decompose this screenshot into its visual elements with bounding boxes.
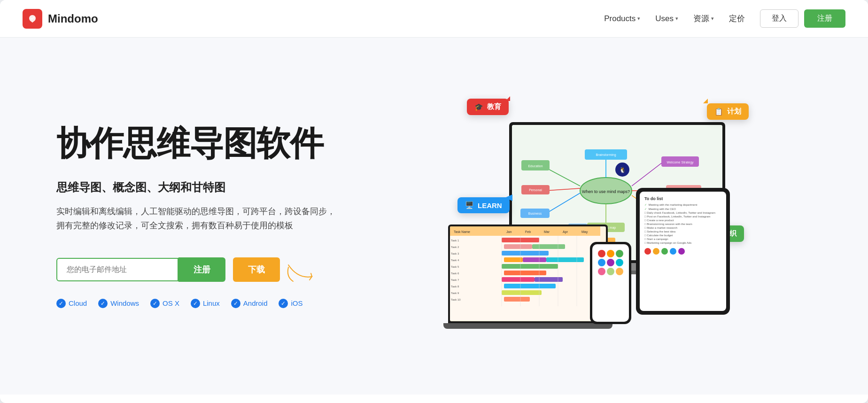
browser-frame: Mindomo Products ▾ Uses ▾ 资源 ▾ 定价 登入 注册 (0, 0, 868, 403)
hero-desc: 实时编辑和离线编辑，人工智能驱动的思维导图，可跨平台，跨设备同步，拥有完整的修改… (56, 204, 338, 233)
nav-actions: 登入 注册 (760, 9, 845, 28)
learn-icon: 🖥️ (465, 201, 474, 209)
navbar: Mindomo Products ▾ Uses ▾ 资源 ▾ 定价 登入 注册 (0, 0, 868, 38)
svg-rect-53 (504, 284, 556, 288)
svg-text:Task 5: Task 5 (451, 265, 459, 268)
svg-text:Task 9: Task 9 (451, 292, 459, 294)
jiaoyu-arrow-icon (503, 94, 512, 103)
svg-text:Task 10: Task 10 (451, 298, 461, 301)
tablet-frame: To do list ✓ Meeting with the marketing … (636, 188, 730, 315)
svg-text:Task Name: Task Name (454, 230, 470, 233)
svg-rect-46 (504, 257, 523, 262)
svg-rect-47 (523, 257, 546, 262)
products-chevron-icon: ▾ (637, 16, 640, 22)
register-nav-button[interactable]: 注册 (804, 9, 845, 28)
platform-cloud-label: Cloud (69, 299, 87, 307)
svg-text:Task 1: Task 1 (451, 239, 459, 242)
svg-rect-45 (502, 251, 549, 256)
download-button[interactable]: 下载 (233, 257, 280, 282)
svg-text:Task 2: Task 2 (451, 246, 459, 248)
resources-chevron-icon: ▾ (711, 16, 714, 22)
nav-pricing-label: 定价 (729, 13, 745, 24)
platform-osx-label: OS X (163, 299, 179, 307)
badge-learn: 🖥️ LEARN (457, 197, 510, 213)
device-stack: 🎓 教育 (462, 94, 753, 338)
logo-icon (23, 9, 42, 29)
svg-rect-55 (504, 297, 530, 302)
cta-row: 注册 下载 (56, 256, 385, 284)
phone-inner (592, 244, 629, 322)
hero-right: 🎓 教育 (385, 80, 830, 352)
platform-linux: ✓ Linux (191, 299, 220, 308)
svg-rect-54 (502, 290, 542, 295)
svg-text:Task 6: Task 6 (451, 272, 459, 275)
svg-rect-50 (504, 271, 546, 275)
laptop-inner: Task Name Jan Feb Mar Apr May (450, 226, 606, 321)
phone-frame (590, 242, 631, 324)
svg-text:Task 8: Task 8 (451, 285, 459, 288)
todo-item-1: ✓ Meeting with the marketing department (644, 203, 721, 206)
svg-text:Education: Education (528, 164, 542, 168)
register-cta-button[interactable]: 注册 (178, 257, 225, 282)
svg-text:When to use mind maps?: When to use mind maps? (582, 189, 630, 194)
todo-item-6: □ Brainstorming session with the team (644, 223, 721, 225)
svg-text:Business: Business (528, 212, 542, 215)
nav-pricing[interactable]: 定价 (729, 13, 745, 24)
learn-label: LEARN (478, 202, 502, 209)
tablet-device: To do list ✓ Meeting with the marketing … (636, 188, 730, 315)
todo-item-11: □ Marketing campaign on Google Ads (644, 241, 721, 244)
osx-check-icon: ✓ (150, 299, 160, 308)
platform-windows-label: Windows (110, 299, 139, 307)
hero-left: 协作思维导图软件 思维导图、概念图、大纲和甘特图 实时编辑和离线编辑，人工智能驱… (56, 124, 385, 308)
jihua-label: 计划 (727, 107, 741, 116)
svg-text:Welcome Strategy: Welcome Strategy (666, 161, 694, 164)
svg-rect-44 (532, 244, 565, 249)
svg-rect-43 (504, 244, 532, 249)
nav-uses-label: Uses (655, 14, 674, 23)
nav-products[interactable]: Products ▾ (604, 14, 640, 23)
badge-jihua: 📋 计划 (707, 103, 749, 120)
svg-marker-0 (505, 96, 510, 101)
platform-android: ✓ Android (231, 299, 268, 308)
ios-check-icon: ✓ (279, 299, 288, 308)
todo-item-8: □ Selecting the best idea (644, 230, 721, 233)
android-check-icon: ✓ (231, 299, 240, 308)
arrow-decoration (284, 260, 321, 288)
nav-links: Products ▾ Uses ▾ 资源 ▾ 定价 (604, 13, 745, 24)
nav-resources[interactable]: 资源 ▾ (693, 13, 714, 24)
platform-ios-label: iOS (291, 299, 302, 307)
login-button[interactable]: 登入 (760, 9, 798, 28)
svg-rect-48 (546, 257, 584, 262)
svg-text:Apr: Apr (563, 230, 568, 234)
hero-title: 协作思维导图软件 (56, 124, 385, 163)
platform-ios: ✓ iOS (279, 299, 302, 308)
svg-rect-52 (535, 277, 563, 282)
jiaoyu-label: 教育 (487, 102, 501, 111)
hero-subtitle: 思维导图、概念图、大纲和甘特图 (56, 180, 385, 195)
laptop-device: Task Name Jan Feb Mar Apr May (448, 225, 598, 329)
jihua-arrow-icon (702, 98, 713, 109)
svg-text:Task 4: Task 4 (451, 259, 459, 262)
platform-cloud: ✓ Cloud (56, 299, 87, 308)
hero-section: 协作思维导图软件 思维导图、概念图、大纲和甘特图 实时编辑和离线编辑，人工智能驱… (0, 38, 868, 395)
logo-link[interactable]: Mindomo (23, 9, 98, 29)
nav-uses[interactable]: Uses ▾ (655, 14, 678, 23)
badge-jiaoyu: 🎓 教育 (467, 99, 509, 115)
email-input[interactable] (56, 258, 178, 281)
jiaoyu-icon: 🎓 (474, 103, 483, 111)
todo-item-9: □ Calculate the budget (644, 234, 721, 237)
uses-chevron-icon: ▾ (675, 16, 678, 22)
nav-resources-label: 资源 (693, 13, 709, 24)
platform-linux-label: Linux (203, 299, 220, 307)
platform-windows: ✓ Windows (98, 299, 139, 308)
svg-marker-33 (505, 194, 512, 201)
todo-item-3: □ Daily check Facebook, LinkedIn, Twitte… (644, 211, 721, 214)
svg-text:Task 7: Task 7 (451, 279, 459, 281)
cloud-check-icon: ✓ (56, 299, 66, 308)
svg-text:Brainstorming: Brainstorming (596, 153, 616, 157)
logo-text: Mindomo (48, 12, 98, 25)
windows-check-icon: ✓ (98, 299, 108, 308)
todo-item-2: ✓ Meeting with the CEO (644, 207, 721, 210)
tablet-inner: To do list ✓ Meeting with the marketing … (640, 192, 726, 311)
svg-rect-51 (502, 277, 535, 282)
